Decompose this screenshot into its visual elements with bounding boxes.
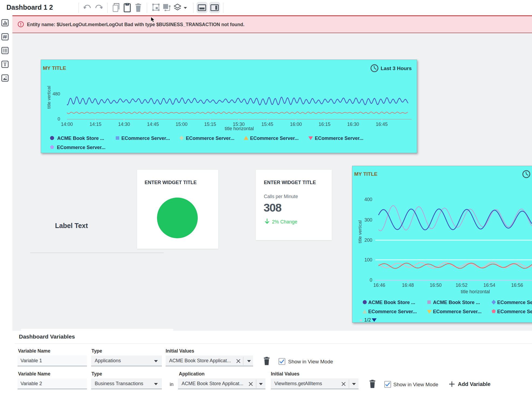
svg-text:ECommerce Server...: ECommerce Server... [250, 136, 299, 141]
svg-text:16:54: 16:54 [483, 282, 495, 288]
svg-text:14:15: 14:15 [90, 122, 101, 127]
svg-text:0: 0 [58, 116, 60, 122]
svg-text:ECommerce Server...: ECommerce Server... [186, 136, 234, 141]
svg-text:16:46: 16:46 [373, 282, 385, 288]
svg-text:15:15: 15:15 [204, 122, 216, 127]
svg-text:16:15: 16:15 [319, 122, 330, 127]
svg-text:100: 100 [364, 257, 372, 263]
svg-text:480: 480 [53, 91, 60, 96]
svg-text:14:30: 14:30 [118, 122, 130, 127]
svg-text:16:30: 16:30 [347, 122, 359, 127]
svg-text:14:45: 14:45 [147, 122, 159, 127]
svg-text:15:45: 15:45 [261, 122, 273, 127]
svg-text:16:52: 16:52 [456, 282, 468, 288]
svg-text:14:00: 14:00 [61, 122, 73, 127]
svg-text:ACME Book Store ...: ACME Book Store ... [57, 136, 104, 141]
svg-text:1/2: 1/2 [364, 317, 371, 322]
svg-text:ECommerce Server...: ECommerce Server... [315, 136, 363, 141]
svg-text:ECommerce Server...: ECommerce Server... [368, 309, 417, 314]
svg-text:16:00: 16:00 [290, 122, 302, 127]
svg-text:300: 300 [364, 217, 372, 223]
svg-text:T: T [3, 62, 6, 67]
svg-text:ACME Book Store ...: ACME Book Store ... [368, 300, 415, 305]
svg-text:16:48: 16:48 [402, 282, 414, 288]
svg-text:ECommerce Server...: ECommerce Server... [121, 136, 170, 141]
svg-text:title horizontal: title horizontal [225, 126, 254, 131]
svg-text:ECommerce Server...: ECommerce Server... [497, 300, 532, 305]
svg-text:ECommerce Server...: ECommerce Server... [433, 309, 482, 314]
svg-text:16:50: 16:50 [430, 282, 442, 288]
svg-text:0: 0 [370, 277, 372, 283]
svg-text:16:56: 16:56 [511, 282, 523, 288]
svg-text:ECommerce Server...: ECommerce Server... [497, 309, 532, 314]
svg-text:400: 400 [364, 197, 372, 202]
svg-text:ACME Book Store ...: ACME Book Store ... [433, 300, 480, 305]
svg-text:title horizontal: title horizontal [461, 289, 490, 294]
svg-text:ECommerce Server...: ECommerce Server... [57, 145, 105, 150]
svg-text:200: 200 [364, 237, 372, 243]
svg-text:title vertical: title vertical [46, 86, 52, 109]
svg-text:title vertical: title vertical [357, 220, 363, 243]
svg-text:16:45: 16:45 [376, 122, 388, 127]
svg-text:15:00: 15:00 [176, 122, 187, 127]
